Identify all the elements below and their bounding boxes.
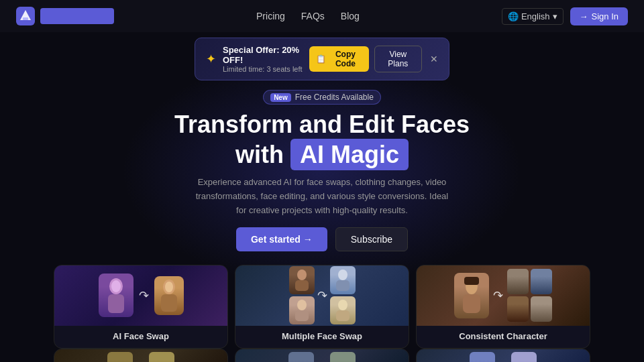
nav-links: Pricing FAQs Blog: [256, 11, 360, 21]
consistent-grid-1: [507, 269, 529, 294]
badge-text: Free Credits Available: [295, 93, 374, 102]
copy-code-button[interactable]: 📋 Copy Code: [309, 46, 369, 72]
svg-point-11: [297, 300, 307, 310]
card-bottom-2-image: ↷: [235, 349, 409, 362]
multi-swap-arrow-icon: ↷: [317, 288, 327, 303]
svg-rect-12: [295, 310, 309, 321]
globe-icon: 🌐: [508, 11, 519, 21]
svg-rect-18: [463, 294, 480, 313]
promo-banner: ✦ Special Offer: 20% OFF! Limited time: …: [195, 38, 449, 80]
consistent-output-grid: [507, 269, 552, 322]
svg-rect-19: [464, 277, 479, 285]
card-bottom-3-image: ↷: [417, 349, 590, 362]
svg-rect-2: [23, 17, 28, 20]
card-consistent-image: ↷: [417, 265, 590, 326]
multi-face-3: [330, 266, 356, 294]
face-source: [99, 274, 133, 317]
nav-faqs[interactable]: FAQs: [301, 11, 325, 21]
consistent-grid-3: [507, 296, 529, 322]
card-bottom-1-image: ↷: [54, 349, 227, 362]
svg-rect-14: [336, 280, 350, 291]
svg-point-9: [297, 269, 307, 280]
nav-right: 🌐 English ▾ → Sign In: [502, 7, 628, 25]
consistent-arrow-icon: ↷: [493, 288, 503, 303]
consistent-grid-2: [531, 269, 552, 294]
swap-arrow-icon: ↷: [139, 288, 149, 303]
badge-new-label: New: [270, 93, 291, 102]
close-button[interactable]: ✕: [430, 54, 438, 64]
cards-grid: ↷ AI Face Swap: [0, 258, 644, 349]
copy-icon: 📋: [316, 54, 326, 64]
sign-in-label: Sign In: [592, 11, 619, 21]
svg-rect-10: [295, 280, 309, 291]
subscribe-button[interactable]: Subscribe: [335, 227, 408, 251]
card-multiple-face-swap-image: ↷: [235, 265, 409, 326]
logo-icon: [16, 7, 35, 25]
svg-rect-16: [336, 310, 350, 321]
hero-buttons: Get started → Subscribe: [13, 227, 631, 251]
consistent-source-face: [454, 273, 489, 318]
view-plans-button[interactable]: View Plans: [374, 46, 422, 72]
new-badge: New Free Credits Available: [263, 90, 381, 105]
multi-face-4: [330, 296, 356, 324]
svg-point-5: [111, 280, 121, 292]
sign-in-button[interactable]: → Sign In: [570, 7, 628, 25]
consistent-grid-4: [531, 296, 552, 322]
banner-actions: 📋 Copy Code View Plans ✕: [309, 46, 438, 72]
multi-face-2: [289, 296, 315, 324]
hero-section: New Free Credits Available Transform and…: [0, 86, 644, 258]
navbar: Pricing FAQs Blog 🌐 English ▾ → Sign In: [0, 0, 644, 32]
star-icon: ✦: [206, 52, 216, 66]
banner-left: ✦ Special Offer: 20% OFF! Limited time: …: [206, 45, 309, 73]
bottom3-face-left: [470, 352, 495, 362]
face-target: [154, 276, 184, 315]
nav-pricing[interactable]: Pricing: [256, 11, 285, 21]
bottom2-face-right: [330, 352, 356, 362]
hero-description: Experience advanced AI for face swaps, c…: [195, 176, 449, 217]
card-ai-face-swap-label: AI Face Swap: [54, 326, 227, 348]
svg-point-15: [338, 300, 347, 310]
bottom3-face-right: [511, 352, 537, 362]
logo-text-box: [40, 8, 114, 24]
logo: [16, 7, 114, 25]
hero-title: Transform and Edit Faces with AI Magic: [13, 110, 631, 170]
card-bottom-3[interactable]: ↷: [416, 349, 590, 362]
card-multiple-face-swap[interactable]: ↷ Multiple: [235, 265, 409, 349]
get-started-button[interactable]: Get started →: [236, 227, 327, 251]
hero-title-line1: Transform and Edit Faces: [174, 111, 470, 138]
bottom2-face-left: [288, 352, 314, 362]
bottom-cards-grid: ↷ ↷ ↷: [0, 349, 644, 362]
chevron-down-icon: ▾: [553, 11, 557, 21]
multi-face-1: [289, 266, 315, 294]
card-ai-face-swap[interactable]: ↷ AI Face Swap: [54, 265, 228, 349]
banner-sub-text: Limited time: 3 seats left: [223, 65, 309, 73]
card-multiple-face-swap-label: Multiple Face Swap: [235, 326, 409, 348]
card-bottom-1[interactable]: ↷: [54, 349, 228, 362]
card-ai-face-swap-image: ↷: [54, 265, 227, 326]
language-label: English: [521, 11, 550, 21]
bottom1-face-right: [149, 352, 174, 362]
svg-point-13: [338, 269, 347, 280]
card-consistent-character-label: Consistent Character: [417, 326, 590, 348]
signin-icon: →: [580, 11, 588, 21]
hero-highlight: AI Magic: [290, 139, 409, 170]
svg-rect-7: [161, 294, 177, 312]
hero-title-prefix: with: [235, 141, 284, 168]
bottom1-face-left: [107, 352, 133, 362]
nav-blog[interactable]: Blog: [341, 11, 360, 21]
banner-main-text: Special Offer: 20% OFF!: [223, 45, 309, 65]
language-selector[interactable]: 🌐 English ▾: [502, 8, 564, 25]
svg-rect-4: [108, 294, 124, 313]
card-consistent-character[interactable]: ↷ Consistent Character: [416, 265, 590, 349]
card-bottom-2[interactable]: ↷: [235, 349, 409, 362]
svg-point-8: [165, 282, 173, 292]
